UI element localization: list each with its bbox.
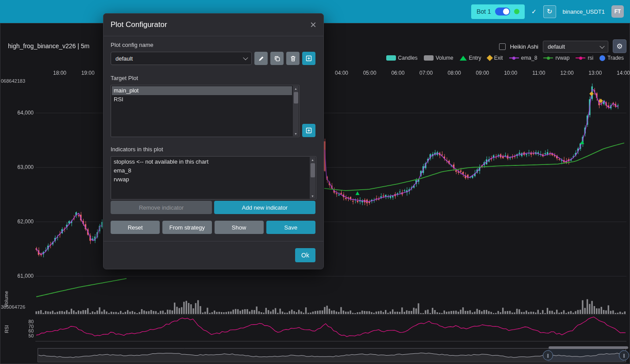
x-tick: 09:00 [476,70,489,76]
datazoom-left-handle[interactable]: ∥ [543,350,553,360]
x-tick: 14:00 [617,70,630,76]
target-plot-label: Target Plot [111,75,315,81]
legend-label: Candles [398,55,418,61]
target-plot-item[interactable]: main_plot [112,86,292,95]
entry-legend-icon [460,56,467,61]
plot-configurator-modal: Plot Configurator × Plot config name def… [103,13,324,269]
ema_8-legend-icon [509,57,519,58]
x-tick: 12:00 [561,70,574,76]
rsi-legend-icon [576,57,585,58]
refresh-button[interactable]: ↻ [543,5,556,18]
show-button[interactable]: Show [215,221,264,234]
legend-label: rvwap [555,55,569,61]
plus-square-icon [305,127,312,134]
heikin-ashi-label: Heikin Ashi [510,43,538,50]
y-tick: 63,000 [12,164,34,170]
edit-config-button[interactable] [254,52,268,65]
plus-square-icon [305,55,312,62]
chart-title: high_frog_binance_v226 | 5m [8,42,89,50]
toggle-knob [503,8,509,15]
add-plot-button[interactable] [302,124,315,137]
copy-icon [274,55,280,62]
close-icon[interactable]: × [310,21,316,29]
bot-online-dot [514,9,519,14]
indicator-item[interactable]: ema_8 [112,166,309,175]
x-tick: 08:00 [448,70,461,76]
volume-legend-icon [424,55,434,61]
add-new-indicator-button[interactable]: Add new indicator [214,201,315,214]
bot-selector-chip[interactable]: Bot 1 [471,4,525,19]
target-plot-scrollbar[interactable]: ▲ ▼ [293,86,299,136]
x-tick: 13:00 [588,70,602,76]
from-strategy-button[interactable]: From strategy [162,221,211,234]
chart-legend: CandlesVolumeEntryExitema_8rvwaprsiTrade… [386,55,624,61]
save-button[interactable]: Save [266,221,315,234]
legend-item-trades[interactable]: Trades [599,55,624,61]
indicators-scrollbar[interactable]: ▲ ▼ [310,157,315,199]
scroll-up-icon[interactable]: ▲ [293,86,299,91]
reset-button[interactable]: Reset [111,221,160,234]
x-tick: 10:00 [504,70,517,76]
refresh-icon: ↻ [547,8,553,15]
gear-icon: ⚙ [616,42,622,50]
y-tick: 61,000 [12,273,34,279]
x-tick: 19:00 [81,70,95,76]
exit-legend-icon [487,55,493,61]
check-icon: ✓ [531,8,537,15]
remove-indicator-button[interactable]: Remove indicator [111,201,212,214]
rsi-tick: 50 [19,333,34,338]
x-tick: 04:00 [335,70,348,76]
rvwap-legend-icon [543,57,553,58]
add-config-button[interactable] [302,52,315,65]
config-name-select[interactable]: default [111,52,252,65]
target-plot-item[interactable]: RSI [112,95,292,104]
legend-label: Trades [607,55,624,61]
modal-title: Plot Configurator [111,20,167,29]
ok-button[interactable]: Ok [295,248,315,262]
legend-item-ema_8[interactable]: ema_8 [509,55,538,61]
legend-item-rvwap[interactable]: rvwap [543,55,569,61]
target-plot-listbox[interactable]: main_plotRSI ▲ ▼ [111,85,300,137]
axis-corner-value: 068642183 [1,78,25,84]
legend-label: Entry [469,55,481,61]
legend-item-candles[interactable]: Candles [386,55,418,61]
scroll-thumb[interactable] [311,163,315,177]
indicator-item[interactable]: rvwap [112,175,309,184]
x-tick: 18:00 [53,70,66,76]
x-tick: 05:00 [363,70,376,76]
duplicate-config-button[interactable] [270,52,284,65]
chart-hscroll-thumb[interactable] [549,346,628,349]
datazoom-right-handle[interactable]: ∥ [619,350,629,360]
plot-settings-button[interactable]: ⚙ [613,39,626,53]
active-bot-name[interactable]: binance_USDT1 [563,8,605,15]
legend-item-rsi[interactable]: rsi [576,55,593,61]
indicators-listbox[interactable]: stoploss <-- not available in this chart… [111,156,316,199]
scroll-up-icon[interactable]: ▲ [310,157,315,162]
scroll-thumb[interactable] [294,92,298,103]
legend-item-exit[interactable]: Exit [488,55,503,61]
pencil-icon [258,55,265,62]
indicators-label: Indicators in this plot [111,146,315,153]
y-tick: 64,000 [12,110,34,116]
heikin-ashi-checkbox[interactable] [499,43,506,50]
legend-label: rsi [588,55,593,61]
indicator-item[interactable]: stoploss <-- not available in this chart [112,157,309,166]
scroll-down-icon[interactable]: ▼ [293,131,299,136]
freqtrade-logo[interactable]: FT [611,5,624,18]
delete-config-button[interactable] [286,52,300,65]
plot-config-name-label: Plot config name [111,42,315,48]
legend-label: Exit [494,55,503,61]
y-tick: 62,000 [12,218,34,225]
legend-item-volume[interactable]: Volume [424,55,453,61]
chevron-down-icon [243,55,248,60]
candles-legend-icon [386,55,396,61]
bot-enable-toggle[interactable] [495,8,510,15]
bot-name-label: Bot 1 [476,8,491,15]
trades-legend-icon [599,55,605,61]
volume-axis-label: Volume [4,289,9,309]
plot-config-dropdown[interactable]: default [543,41,608,53]
legend-label: ema_8 [521,55,538,61]
scroll-down-icon[interactable]: ▼ [310,193,315,199]
x-tick: 11:00 [532,70,545,76]
legend-item-entry[interactable]: Entry [460,55,481,61]
